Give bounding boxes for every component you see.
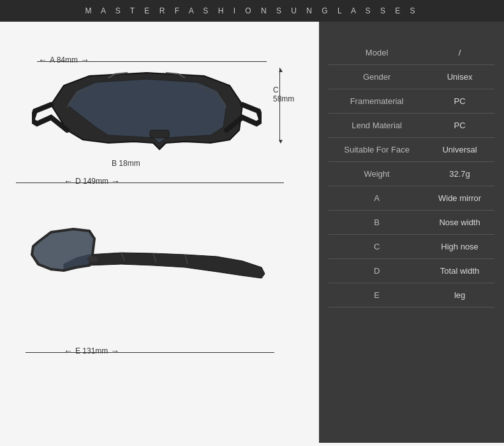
spec-value-4: Universal (425, 138, 494, 162)
dim-c-label: C 58mm (273, 85, 300, 103)
spec-value-0: / (425, 41, 494, 65)
glasses-side-svg (26, 219, 268, 322)
spec-value-10: leg (425, 283, 494, 308)
spec-label-1: Gender (329, 65, 425, 89)
dim-d-line (16, 182, 284, 183)
spec-row-0: Model/ (329, 41, 494, 65)
spec-label-2: Framematerial (329, 89, 425, 114)
spec-label-8: C (329, 235, 425, 259)
dim-e-label: ← E 131mm → (64, 346, 119, 356)
spec-label-4: Suitable For Face (329, 138, 425, 162)
glasses-front-svg (32, 66, 262, 194)
spec-row-9: DTotal width (329, 259, 494, 283)
spec-row-2: FramematerialPC (329, 89, 494, 114)
spec-label-9: D (329, 259, 425, 283)
spec-row-6: AWide mirror (329, 186, 494, 211)
spec-label-3: Lend Material (329, 114, 425, 138)
spec-value-2: PC (425, 89, 494, 114)
spec-row-7: BNose width (329, 211, 494, 235)
spec-label-6: A (329, 186, 425, 211)
dim-d-label: ← D 149mm → (64, 176, 120, 186)
spec-value-9: Total width (425, 259, 494, 283)
spec-label-5: Weight (329, 162, 425, 186)
spec-value-1: Unisex (425, 65, 494, 89)
spec-value-6: Wide mirror (425, 186, 494, 211)
dim-c-line (279, 68, 280, 141)
dim-a-line (37, 61, 267, 62)
svg-rect-0 (150, 130, 169, 138)
spec-value-8: High nose (425, 235, 494, 259)
spec-value-7: Nose width (425, 211, 494, 235)
spec-label-0: Model (329, 41, 425, 65)
dim-a-label: ← A 84mm → (38, 55, 89, 65)
site-header: M A S T E R F A S H I O N S U N G L A S … (0, 0, 504, 22)
diagram-area: ← A 84mm → C 58mm ▲ ▼ B 18mm ← D 149mm → (13, 34, 300, 430)
spec-row-5: Weight32.7g (329, 162, 494, 186)
spec-row-4: Suitable For FaceUniversal (329, 138, 494, 162)
spec-row-1: GenderUnisex (329, 65, 494, 89)
spec-row-10: Eleg (329, 283, 494, 308)
specs-table: Model/GenderUnisexFramematerialPCLend Ma… (329, 41, 494, 308)
dim-b-label: B 18mm (112, 159, 140, 168)
header-title: M A S T E R F A S H I O N S U N G L A S … (85, 6, 419, 15)
svg-point-1 (87, 256, 98, 262)
spec-row-8: CHigh nose (329, 235, 494, 259)
spec-row-3: Lend MaterialPC (329, 114, 494, 138)
spec-value-3: PC (425, 114, 494, 138)
diagram-panel: ← A 84mm → C 58mm ▲ ▼ B 18mm ← D 149mm → (0, 22, 319, 443)
dim-e-line (26, 352, 274, 353)
spec-label-10: E (329, 283, 425, 308)
spec-value-5: 32.7g (425, 162, 494, 186)
spec-label-7: B (329, 211, 425, 235)
specs-panel: Model/GenderUnisexFramematerialPCLend Ma… (319, 22, 504, 443)
